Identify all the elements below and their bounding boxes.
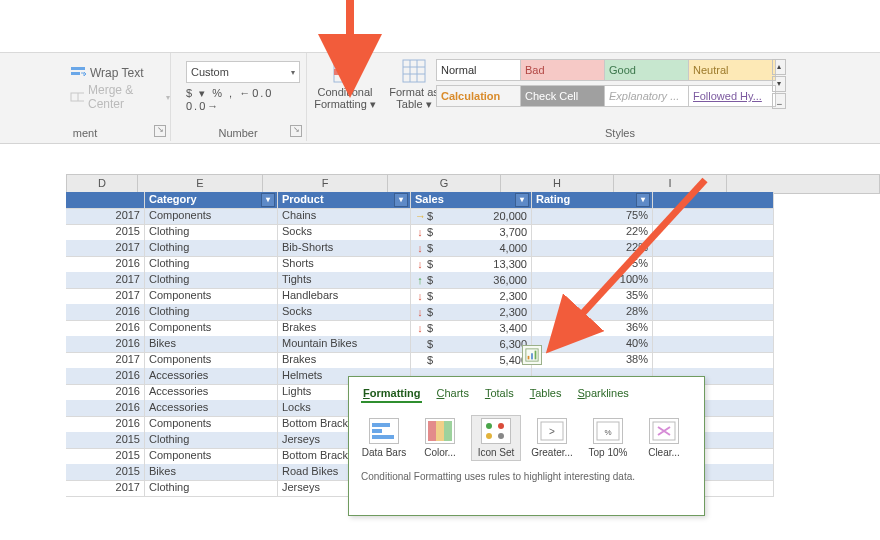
number-symbols[interactable]: $ ▾ % , ←0.0 0.0→ (186, 87, 306, 112)
cell[interactable]: 2016 (66, 320, 145, 337)
table-row[interactable]: 2016ClothingShorts↓$13,3005% (66, 256, 880, 272)
cell[interactable]: Mountain Bikes (278, 336, 411, 353)
cell[interactable] (653, 336, 774, 353)
sales-cell[interactable]: ↓$4,000 (411, 240, 532, 257)
cell[interactable] (653, 272, 774, 289)
cell[interactable]: 38% (532, 352, 653, 369)
qa-item-top-10-[interactable]: %Top 10% (583, 415, 633, 461)
header-cell[interactable]: Category▾ (145, 192, 278, 209)
sales-cell[interactable]: $5,400 (411, 352, 532, 369)
table-row[interactable]: 2015ClothingSocks↓$3,70022% (66, 224, 880, 240)
cell[interactable]: Accessories (145, 384, 278, 401)
quick-analysis-button[interactable] (522, 345, 542, 365)
filter-icon[interactable]: ▾ (636, 193, 650, 207)
header-cell[interactable]: Rating▾ (532, 192, 653, 209)
qa-tab-sparklines[interactable]: Sparklines (575, 385, 630, 403)
sales-cell[interactable]: ↓$2,300 (411, 304, 532, 321)
cell[interactable] (653, 304, 774, 321)
cell[interactable]: 2016 (66, 336, 145, 353)
sales-cell[interactable]: ↓$2,300 (411, 288, 532, 305)
sales-cell[interactable]: $6,300 (411, 336, 532, 353)
cell[interactable]: 22% (532, 240, 653, 257)
sales-cell[interactable]: →$20,000 (411, 208, 532, 225)
cell[interactable]: 22% (532, 224, 653, 241)
cell[interactable]: Handlebars (278, 288, 411, 305)
sales-cell[interactable]: ↑$36,000 (411, 272, 532, 289)
filter-icon[interactable]: ▾ (515, 193, 529, 207)
cell[interactable]: 28% (532, 304, 653, 321)
cell[interactable]: 2017 (66, 352, 145, 369)
cell[interactable]: Components (145, 208, 278, 225)
table-row[interactable]: 2016BikesMountain Bikes$6,30040% (66, 336, 880, 352)
colhdr-G[interactable]: G (388, 175, 501, 193)
table-row[interactable]: 2017ComponentsHandlebars↓$2,30035% (66, 288, 880, 304)
table-row[interactable]: 2017ComponentsChains→$20,00075% (66, 208, 880, 224)
cell[interactable] (653, 352, 774, 369)
cell[interactable]: 75% (532, 208, 653, 225)
style-normal[interactable]: Normal (436, 59, 524, 81)
cell[interactable]: 2016 (66, 368, 145, 385)
cell[interactable] (653, 320, 774, 337)
cell[interactable]: Brakes (278, 352, 411, 369)
style-good[interactable]: Good (604, 59, 692, 81)
cell[interactable]: 2015 (66, 432, 145, 449)
filter-icon[interactable]: ▾ (261, 193, 275, 207)
qa-tab-tables[interactable]: Tables (528, 385, 564, 403)
table-row[interactable]: 2017ClothingTights↑$36,000100% (66, 272, 880, 288)
table-row[interactable]: 2016ComponentsBrakes↓$3,40036% (66, 320, 880, 336)
cell[interactable]: 35% (532, 288, 653, 305)
cell[interactable]: 2016 (66, 416, 145, 433)
cell[interactable]: Clothing (145, 256, 278, 273)
style-calculation[interactable]: Calculation (436, 85, 524, 107)
styles-down-icon[interactable]: ▾ (772, 76, 786, 92)
qa-tab-formatting[interactable]: Formatting (361, 385, 422, 403)
cell[interactable]: Clothing (145, 480, 278, 497)
style-followed_hy[interactable]: Followed Hy... (688, 85, 776, 107)
cell[interactable]: 5% (532, 256, 653, 273)
cell[interactable]: 2015 (66, 464, 145, 481)
styles-up-icon[interactable]: ▴ (772, 59, 786, 75)
cell[interactable]: Clothing (145, 224, 278, 241)
number-launcher-icon[interactable]: ↘ (290, 125, 302, 137)
sales-cell[interactable]: ↓$3,400 (411, 320, 532, 337)
qa-item-icon-set[interactable]: Icon Set (471, 415, 521, 461)
column-headers[interactable]: DEFGHI (66, 174, 880, 194)
cell[interactable]: 2017 (66, 480, 145, 497)
cell[interactable]: 2016 (66, 384, 145, 401)
cell[interactable]: Bikes (145, 336, 278, 353)
cell[interactable] (653, 240, 774, 257)
style-explanatory[interactable]: Explanatory ... (604, 85, 692, 107)
cell[interactable]: 2017 (66, 288, 145, 305)
cell[interactable] (653, 288, 774, 305)
merge-center-button[interactable]: Merge & Center ▾ (70, 87, 170, 107)
table-row[interactable]: 2017ClothingBib-Shorts↓$4,00022% (66, 240, 880, 256)
cell[interactable]: Clothing (145, 432, 278, 449)
qa-item-data-bars[interactable]: Data Bars (359, 415, 409, 461)
colhdr-D[interactable]: D (67, 175, 138, 193)
cell[interactable]: Components (145, 416, 278, 433)
conditional-formatting-button[interactable]: Conditional Formatting ▾ (310, 55, 380, 110)
styles-more-icon[interactable]: ⎯ (772, 93, 786, 109)
colhdr-H[interactable]: H (501, 175, 614, 193)
colhdr-I[interactable]: I (614, 175, 727, 193)
cell[interactable]: Components (145, 448, 278, 465)
cell[interactable]: Components (145, 352, 278, 369)
header-cell[interactable] (653, 192, 774, 209)
cell[interactable]: Chains (278, 208, 411, 225)
cell[interactable]: Accessories (145, 368, 278, 385)
cell[interactable]: Socks (278, 224, 411, 241)
cell[interactable]: Clothing (145, 304, 278, 321)
sales-cell[interactable]: ↓$13,300 (411, 256, 532, 273)
cell[interactable] (653, 208, 774, 225)
style-check_cell[interactable]: Check Cell (520, 85, 608, 107)
cell[interactable]: 2016 (66, 256, 145, 273)
cell[interactable]: 2015 (66, 448, 145, 465)
number-format-combo[interactable]: Custom ▾ (186, 61, 300, 83)
cell[interactable]: Socks (278, 304, 411, 321)
cell[interactable]: Clothing (145, 240, 278, 257)
qa-tab-totals[interactable]: Totals (483, 385, 516, 403)
filter-icon[interactable]: ▾ (394, 193, 408, 207)
qa-item-clear-[interactable]: Clear... (639, 415, 689, 461)
cell[interactable]: Bib-Shorts (278, 240, 411, 257)
style-bad[interactable]: Bad (520, 59, 608, 81)
